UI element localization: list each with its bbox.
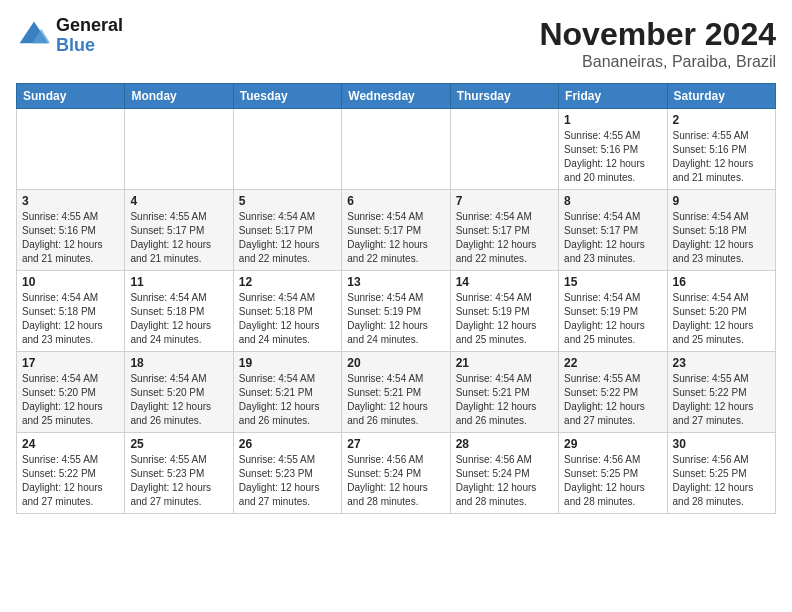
calendar-table: SundayMondayTuesdayWednesdayThursdayFrid… xyxy=(16,83,776,514)
calendar-cell: 8Sunrise: 4:54 AM Sunset: 5:17 PM Daylig… xyxy=(559,190,667,271)
calendar-cell: 13Sunrise: 4:54 AM Sunset: 5:19 PM Dayli… xyxy=(342,271,450,352)
day-number: 6 xyxy=(347,194,444,208)
week-row-1: 1Sunrise: 4:55 AM Sunset: 5:16 PM Daylig… xyxy=(17,109,776,190)
day-info: Sunrise: 4:54 AM Sunset: 5:19 PM Dayligh… xyxy=(456,291,553,347)
day-number: 3 xyxy=(22,194,119,208)
logo: General Blue xyxy=(16,16,123,56)
weekday-header-monday: Monday xyxy=(125,84,233,109)
weekday-header-wednesday: Wednesday xyxy=(342,84,450,109)
day-number: 13 xyxy=(347,275,444,289)
calendar-cell: 6Sunrise: 4:54 AM Sunset: 5:17 PM Daylig… xyxy=(342,190,450,271)
day-info: Sunrise: 4:54 AM Sunset: 5:21 PM Dayligh… xyxy=(347,372,444,428)
day-info: Sunrise: 4:54 AM Sunset: 5:21 PM Dayligh… xyxy=(239,372,336,428)
day-info: Sunrise: 4:54 AM Sunset: 5:19 PM Dayligh… xyxy=(347,291,444,347)
day-info: Sunrise: 4:55 AM Sunset: 5:22 PM Dayligh… xyxy=(673,372,770,428)
day-number: 18 xyxy=(130,356,227,370)
day-info: Sunrise: 4:54 AM Sunset: 5:18 PM Dayligh… xyxy=(130,291,227,347)
day-info: Sunrise: 4:54 AM Sunset: 5:19 PM Dayligh… xyxy=(564,291,661,347)
day-number: 15 xyxy=(564,275,661,289)
day-info: Sunrise: 4:54 AM Sunset: 5:20 PM Dayligh… xyxy=(22,372,119,428)
calendar-cell: 16Sunrise: 4:54 AM Sunset: 5:20 PM Dayli… xyxy=(667,271,775,352)
day-number: 11 xyxy=(130,275,227,289)
calendar-cell: 26Sunrise: 4:55 AM Sunset: 5:23 PM Dayli… xyxy=(233,433,341,514)
calendar-cell: 1Sunrise: 4:55 AM Sunset: 5:16 PM Daylig… xyxy=(559,109,667,190)
calendar-cell: 19Sunrise: 4:54 AM Sunset: 5:21 PM Dayli… xyxy=(233,352,341,433)
weekday-header-tuesday: Tuesday xyxy=(233,84,341,109)
day-number: 20 xyxy=(347,356,444,370)
calendar-cell: 7Sunrise: 4:54 AM Sunset: 5:17 PM Daylig… xyxy=(450,190,558,271)
calendar-cell: 14Sunrise: 4:54 AM Sunset: 5:19 PM Dayli… xyxy=(450,271,558,352)
logo-text: General Blue xyxy=(56,16,123,56)
calendar-cell: 12Sunrise: 4:54 AM Sunset: 5:18 PM Dayli… xyxy=(233,271,341,352)
week-row-3: 10Sunrise: 4:54 AM Sunset: 5:18 PM Dayli… xyxy=(17,271,776,352)
weekday-header-saturday: Saturday xyxy=(667,84,775,109)
title-area: November 2024 Bananeiras, Paraiba, Brazi… xyxy=(539,16,776,71)
calendar-cell: 3Sunrise: 4:55 AM Sunset: 5:16 PM Daylig… xyxy=(17,190,125,271)
day-info: Sunrise: 4:56 AM Sunset: 5:24 PM Dayligh… xyxy=(347,453,444,509)
calendar-cell: 28Sunrise: 4:56 AM Sunset: 5:24 PM Dayli… xyxy=(450,433,558,514)
calendar-cell: 4Sunrise: 4:55 AM Sunset: 5:17 PM Daylig… xyxy=(125,190,233,271)
calendar-cell: 25Sunrise: 4:55 AM Sunset: 5:23 PM Dayli… xyxy=(125,433,233,514)
day-number: 2 xyxy=(673,113,770,127)
day-number: 19 xyxy=(239,356,336,370)
calendar-cell: 5Sunrise: 4:54 AM Sunset: 5:17 PM Daylig… xyxy=(233,190,341,271)
day-info: Sunrise: 4:55 AM Sunset: 5:22 PM Dayligh… xyxy=(22,453,119,509)
day-info: Sunrise: 4:55 AM Sunset: 5:23 PM Dayligh… xyxy=(239,453,336,509)
day-number: 23 xyxy=(673,356,770,370)
day-number: 12 xyxy=(239,275,336,289)
day-info: Sunrise: 4:54 AM Sunset: 5:20 PM Dayligh… xyxy=(130,372,227,428)
day-info: Sunrise: 4:55 AM Sunset: 5:16 PM Dayligh… xyxy=(22,210,119,266)
day-number: 17 xyxy=(22,356,119,370)
day-number: 9 xyxy=(673,194,770,208)
day-info: Sunrise: 4:55 AM Sunset: 5:16 PM Dayligh… xyxy=(564,129,661,185)
calendar-cell: 10Sunrise: 4:54 AM Sunset: 5:18 PM Dayli… xyxy=(17,271,125,352)
day-info: Sunrise: 4:55 AM Sunset: 5:17 PM Dayligh… xyxy=(130,210,227,266)
day-number: 24 xyxy=(22,437,119,451)
calendar-cell: 22Sunrise: 4:55 AM Sunset: 5:22 PM Dayli… xyxy=(559,352,667,433)
calendar-cell xyxy=(125,109,233,190)
calendar-cell: 11Sunrise: 4:54 AM Sunset: 5:18 PM Dayli… xyxy=(125,271,233,352)
calendar-cell xyxy=(342,109,450,190)
day-number: 28 xyxy=(456,437,553,451)
logo-icon xyxy=(16,18,52,54)
day-number: 21 xyxy=(456,356,553,370)
day-number: 27 xyxy=(347,437,444,451)
day-info: Sunrise: 4:54 AM Sunset: 5:17 PM Dayligh… xyxy=(456,210,553,266)
calendar-cell: 20Sunrise: 4:54 AM Sunset: 5:21 PM Dayli… xyxy=(342,352,450,433)
day-number: 14 xyxy=(456,275,553,289)
day-info: Sunrise: 4:54 AM Sunset: 5:20 PM Dayligh… xyxy=(673,291,770,347)
day-number: 1 xyxy=(564,113,661,127)
day-number: 30 xyxy=(673,437,770,451)
weekday-header-row: SundayMondayTuesdayWednesdayThursdayFrid… xyxy=(17,84,776,109)
calendar-body: 1Sunrise: 4:55 AM Sunset: 5:16 PM Daylig… xyxy=(17,109,776,514)
day-number: 25 xyxy=(130,437,227,451)
calendar-cell: 17Sunrise: 4:54 AM Sunset: 5:20 PM Dayli… xyxy=(17,352,125,433)
day-info: Sunrise: 4:56 AM Sunset: 5:25 PM Dayligh… xyxy=(564,453,661,509)
calendar-cell: 29Sunrise: 4:56 AM Sunset: 5:25 PM Dayli… xyxy=(559,433,667,514)
day-info: Sunrise: 4:55 AM Sunset: 5:22 PM Dayligh… xyxy=(564,372,661,428)
calendar-cell: 2Sunrise: 4:55 AM Sunset: 5:16 PM Daylig… xyxy=(667,109,775,190)
day-info: Sunrise: 4:55 AM Sunset: 5:23 PM Dayligh… xyxy=(130,453,227,509)
day-info: Sunrise: 4:56 AM Sunset: 5:24 PM Dayligh… xyxy=(456,453,553,509)
week-row-4: 17Sunrise: 4:54 AM Sunset: 5:20 PM Dayli… xyxy=(17,352,776,433)
logo-line1: General xyxy=(56,16,123,36)
day-info: Sunrise: 4:55 AM Sunset: 5:16 PM Dayligh… xyxy=(673,129,770,185)
day-info: Sunrise: 4:54 AM Sunset: 5:17 PM Dayligh… xyxy=(564,210,661,266)
calendar-cell xyxy=(233,109,341,190)
weekday-header-thursday: Thursday xyxy=(450,84,558,109)
calendar-cell: 9Sunrise: 4:54 AM Sunset: 5:18 PM Daylig… xyxy=(667,190,775,271)
week-row-5: 24Sunrise: 4:55 AM Sunset: 5:22 PM Dayli… xyxy=(17,433,776,514)
day-number: 16 xyxy=(673,275,770,289)
day-info: Sunrise: 4:54 AM Sunset: 5:18 PM Dayligh… xyxy=(239,291,336,347)
calendar-cell: 21Sunrise: 4:54 AM Sunset: 5:21 PM Dayli… xyxy=(450,352,558,433)
calendar-cell: 27Sunrise: 4:56 AM Sunset: 5:24 PM Dayli… xyxy=(342,433,450,514)
day-number: 4 xyxy=(130,194,227,208)
day-info: Sunrise: 4:54 AM Sunset: 5:18 PM Dayligh… xyxy=(22,291,119,347)
calendar-cell: 24Sunrise: 4:55 AM Sunset: 5:22 PM Dayli… xyxy=(17,433,125,514)
calendar-cell: 15Sunrise: 4:54 AM Sunset: 5:19 PM Dayli… xyxy=(559,271,667,352)
calendar-cell: 30Sunrise: 4:56 AM Sunset: 5:25 PM Dayli… xyxy=(667,433,775,514)
day-info: Sunrise: 4:54 AM Sunset: 5:18 PM Dayligh… xyxy=(673,210,770,266)
day-number: 26 xyxy=(239,437,336,451)
day-info: Sunrise: 4:54 AM Sunset: 5:17 PM Dayligh… xyxy=(347,210,444,266)
week-row-2: 3Sunrise: 4:55 AM Sunset: 5:16 PM Daylig… xyxy=(17,190,776,271)
